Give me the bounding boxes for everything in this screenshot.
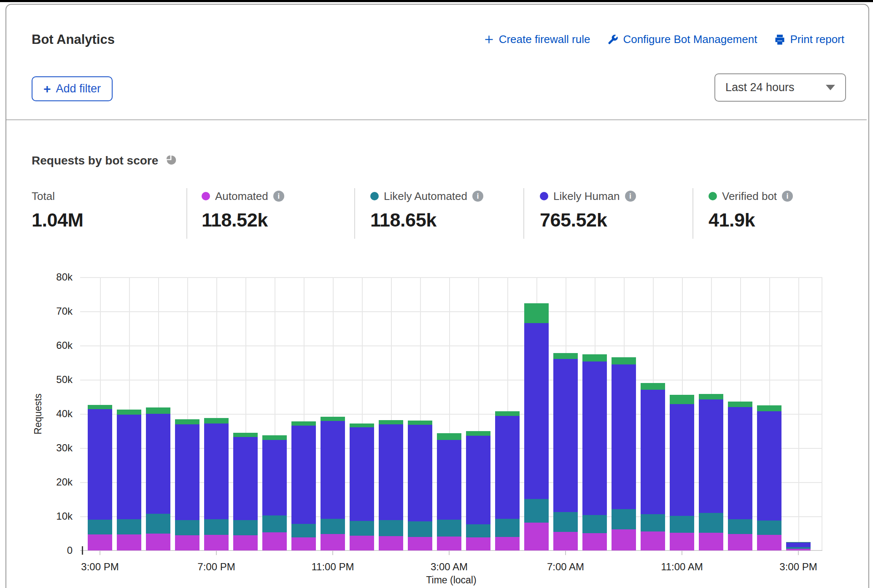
stat-value: 765.52k: [540, 209, 692, 231]
bar-9-00-pm[interactable]: [262, 435, 287, 550]
bar-9-00-am[interactable]: [612, 357, 636, 550]
x-tick-mark: [332, 551, 333, 555]
segment-verified-bot: [291, 421, 316, 426]
gridline-vertical: [822, 277, 822, 550]
segment-likely-human: [233, 437, 258, 520]
bar-2-00-am[interactable]: [408, 421, 432, 550]
segment-likely-human: [728, 407, 752, 519]
bar-6-00-pm[interactable]: [175, 419, 199, 550]
bar-11-00-am[interactable]: [670, 395, 694, 550]
bar-12-00-pm[interactable]: [699, 394, 723, 550]
bar-3-00-am[interactable]: [437, 433, 461, 550]
bar-2-00-pm[interactable]: [757, 405, 781, 550]
segment-verified-bot: [466, 431, 490, 436]
segment-automated: [117, 534, 141, 550]
info-icon[interactable]: i: [782, 191, 793, 202]
header-divider: [6, 119, 867, 120]
segment-likely-human: [262, 440, 287, 515]
y-tick-label: 30k: [38, 442, 73, 454]
segment-verified-bot: [350, 423, 374, 428]
bot-analytics-page: Bot Analytics Create firewall ruleConfig…: [0, 0, 873, 588]
pie-chart-icon: [165, 154, 178, 168]
bar-10-00-pm[interactable]: [291, 421, 316, 550]
bar-10-00-am[interactable]: [641, 383, 665, 550]
bar-4-00-pm[interactable]: [117, 410, 141, 550]
segment-likely-human: [204, 423, 229, 519]
x-tick-label: 3:00 PM: [70, 561, 129, 573]
segment-likely-automated: [117, 519, 141, 534]
segment-automated: [612, 529, 636, 550]
segment-verified-bot: [524, 303, 549, 324]
stat-value: 118.65k: [370, 209, 522, 231]
legend-dot: [202, 192, 210, 200]
stat-likely-automated: Likely Automatedi118.65k: [370, 189, 522, 231]
segment-verified-bot: [117, 410, 141, 415]
segment-likely-human: [88, 409, 112, 520]
info-icon[interactable]: i: [273, 191, 284, 202]
stat-label: Likely Automated: [384, 190, 467, 203]
segment-automated: [553, 532, 578, 550]
segment-verified-bot: [641, 383, 665, 390]
wrench-icon: [607, 34, 619, 46]
segment-verified-bot: [582, 354, 607, 361]
stat-likely-human: Likely Humani765.52k: [540, 189, 692, 231]
header-actions: Create firewall ruleConfigure Bot Manage…: [483, 33, 844, 46]
bar-5-00-pm[interactable]: [146, 407, 170, 550]
y-tick-label: 60k: [38, 340, 73, 351]
info-icon[interactable]: i: [472, 191, 483, 202]
bar-3-00-pm[interactable]: [786, 542, 811, 550]
segment-verified-bot: [612, 357, 636, 364]
segment-verified-bot: [88, 405, 112, 410]
bar-8-00-pm[interactable]: [233, 433, 258, 550]
segment-verified-bot: [495, 411, 520, 416]
action-label: Print report: [790, 33, 844, 46]
bar-1-00-pm[interactable]: [728, 402, 752, 550]
bar-7-00-pm[interactable]: [204, 418, 229, 550]
segment-likely-human: [641, 390, 665, 514]
segment-likely-human: [408, 425, 432, 521]
bar-3-00-pm[interactable]: [88, 405, 112, 550]
segment-likely-automated: [699, 513, 723, 533]
segment-verified-bot: [175, 419, 199, 424]
segment-likely-human: [612, 364, 636, 509]
x-tick-mark: [216, 551, 217, 555]
action-link-create-firewall-rule[interactable]: Create firewall rule: [483, 33, 590, 46]
segment-verified-bot: [757, 405, 781, 412]
bar-1-00-am[interactable]: [379, 420, 403, 550]
segment-verified-bot: [204, 418, 229, 423]
bar-8-00-am[interactable]: [582, 354, 607, 550]
legend-dot: [540, 192, 548, 200]
bar-7-00-am[interactable]: [553, 353, 578, 550]
bar-5-00-am[interactable]: [495, 411, 520, 550]
bar-6-00-am[interactable]: [524, 303, 549, 550]
y-tick-label: 80k: [38, 271, 73, 283]
bar-11-00-pm[interactable]: [321, 417, 345, 550]
stat-column-divider: [523, 188, 524, 239]
segment-verified-bot: [379, 420, 403, 424]
segment-automated: [757, 535, 781, 550]
add-filter-label: Add filter: [56, 82, 101, 95]
segment-automated: [175, 535, 199, 550]
bar-4-00-am[interactable]: [466, 431, 490, 550]
bar-12-00-am[interactable]: [350, 423, 374, 550]
segment-likely-human: [495, 416, 520, 519]
time-range-dropdown[interactable]: Last 24 hours: [714, 73, 846, 102]
segment-automated: [524, 523, 549, 550]
action-link-print-report[interactable]: Print report: [774, 33, 844, 46]
segment-likely-automated: [524, 499, 549, 523]
add-filter-button[interactable]: + Add filter: [32, 76, 113, 101]
action-link-configure-bot-management[interactable]: Configure Bot Management: [607, 33, 757, 46]
segment-likely-human: [699, 399, 723, 513]
segment-likely-automated: [728, 519, 752, 534]
segment-automated: [408, 537, 432, 550]
stat-total: Total1.04M: [32, 189, 183, 231]
info-icon[interactable]: i: [625, 191, 636, 202]
stat-verified-bot: Verified boti41.9k: [709, 189, 860, 231]
segment-likely-human: [670, 404, 694, 516]
stat-value: 1.04M: [32, 209, 183, 231]
segment-verified-bot: [146, 407, 170, 414]
segment-likely-automated: [408, 521, 432, 537]
section-title: Requests by bot score: [32, 154, 158, 167]
page-title: Bot Analytics: [32, 32, 115, 47]
segment-automated: [670, 533, 694, 550]
